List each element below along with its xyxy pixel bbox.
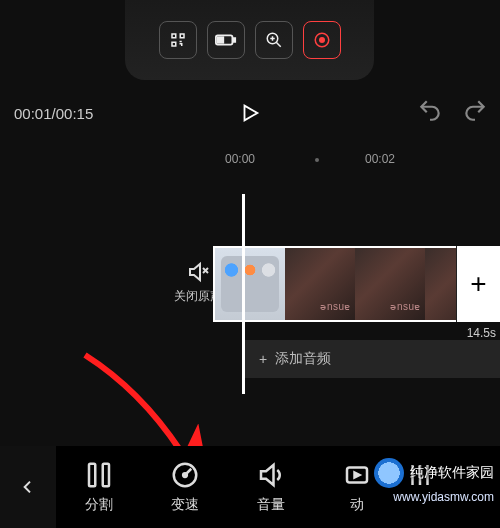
toolbar-speed-button[interactable]: 变速 [142, 460, 228, 514]
clip-thumbnail [355, 248, 425, 320]
ruler-dot [315, 158, 319, 162]
watermark-url: www.yidasmw.com [374, 490, 494, 504]
toolbar-label: 分割 [85, 496, 113, 514]
playhead[interactable] [242, 194, 245, 394]
redo-button[interactable] [460, 95, 490, 125]
time-readout: 00:01/00:15 [0, 105, 120, 122]
svg-marker-9 [245, 106, 258, 121]
svg-marker-17 [355, 473, 360, 478]
record-icon[interactable] [303, 21, 341, 59]
ruler-tick: 00:02 [365, 152, 395, 166]
clip-thumbnail [215, 248, 285, 320]
watermark-logo-icon [374, 458, 404, 488]
watermark-title: 纯净软件家园 [410, 464, 494, 480]
toolbar-label: 变速 [171, 496, 199, 514]
toolbar-label: 音量 [257, 496, 285, 514]
video-preview-controls [125, 0, 374, 80]
add-audio-track-button[interactable]: + 添加音频 [245, 340, 500, 378]
svg-rect-13 [103, 464, 109, 487]
svg-rect-12 [89, 464, 95, 487]
plus-icon: + [259, 351, 267, 367]
svg-point-8 [319, 37, 325, 43]
timeline[interactable]: 关闭原声 + 14.5s + 添加音频 [0, 230, 500, 380]
zoom-in-icon[interactable] [255, 21, 293, 59]
plus-icon: + [470, 268, 486, 300]
ruler-tick: 00:00 [225, 152, 255, 166]
add-clip-button[interactable]: + [456, 246, 500, 322]
svg-point-15 [183, 473, 187, 477]
svg-rect-2 [233, 38, 235, 42]
clip-duration: 14.5s [467, 326, 496, 340]
undo-button[interactable] [415, 95, 445, 125]
playback-bar: 00:01/00:15 [0, 95, 500, 131]
toolbar-back-button[interactable] [0, 446, 56, 528]
timeline-ruler[interactable]: 00:00 00:02 [0, 152, 500, 172]
battery-icon[interactable] [207, 21, 245, 59]
clip-thumbnail [285, 248, 355, 320]
toolbar-split-button[interactable]: 分割 [56, 460, 142, 514]
toolbar-volume-button[interactable]: 音量 [228, 460, 314, 514]
svg-line-4 [276, 42, 281, 47]
watermark: 纯净软件家园 www.yidasmw.com [374, 458, 494, 504]
toolbar-label: 动 [350, 496, 364, 514]
svg-rect-1 [217, 37, 223, 43]
add-audio-label: 添加音频 [275, 350, 331, 368]
qr-icon[interactable] [159, 21, 197, 59]
play-button[interactable] [235, 98, 265, 128]
